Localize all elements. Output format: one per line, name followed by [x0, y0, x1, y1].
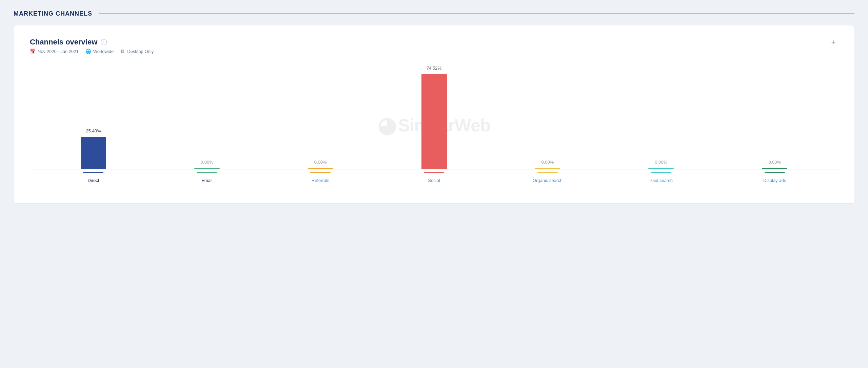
bar-label-social[interactable]: Social	[428, 178, 440, 183]
date-range-meta: 📅 Nov 2020 - Jan 2021	[30, 49, 79, 54]
bar-value-email: 0.00%	[201, 160, 213, 165]
header-divider	[99, 14, 854, 14]
bar-rect-referrals[interactable]	[308, 168, 333, 169]
bar-underline-display-ads	[765, 172, 785, 173]
card-title-row: Channels overview i	[30, 38, 154, 47]
bar-underline-paid-search	[651, 172, 671, 173]
label-row: DirectEmailReferralsSocialOrganic search…	[30, 172, 838, 183]
bar-label-organic-search[interactable]: Organic search	[533, 178, 563, 183]
bar-underline-direct	[83, 172, 103, 173]
add-button[interactable]: +	[829, 38, 838, 47]
chart-area: ◕ SimilarWeb 25.48%0.00%0.00%74.52%0.00%…	[30, 61, 838, 190]
bar-value-referrals: 0.00%	[314, 160, 327, 165]
card-header: Channels overview i 📅 Nov 2020 - Jan 202…	[30, 38, 838, 54]
info-icon[interactable]: i	[101, 39, 107, 45]
bar-group-organic-search: 0.00%	[491, 160, 604, 169]
label-cell-email: Email	[150, 172, 264, 183]
bar-label-paid-search[interactable]: Paid search	[649, 178, 673, 183]
bar-value-direct: 25.48%	[86, 128, 101, 133]
page-header: MARKETING CHANNELS	[14, 10, 854, 17]
bar-underline-email	[197, 172, 217, 173]
bar-value-organic-search: 0.00%	[541, 160, 554, 165]
bar-rect-display-ads[interactable]	[762, 168, 787, 169]
device-text: Desktop Only	[127, 49, 154, 54]
bar-underline-social	[424, 172, 444, 173]
desktop-icon: 🖥	[120, 49, 125, 54]
card-title: Channels overview	[30, 38, 97, 47]
label-cell-referrals: Referrals	[264, 172, 377, 183]
bar-value-display-ads: 0.00%	[768, 160, 781, 165]
label-cell-paid-search: Paid search	[604, 172, 718, 183]
bar-label-email: Email	[201, 178, 213, 183]
page-title: MARKETING CHANNELS	[14, 10, 92, 17]
label-cell-organic-search: Organic search	[491, 172, 604, 183]
bar-label-direct: Direct	[87, 178, 99, 183]
bars-container: 25.48%0.00%0.00%74.52%0.00%0.00%0.00%	[30, 61, 838, 169]
bar-underline-organic-search	[537, 172, 558, 173]
globe-icon: 🌐	[85, 49, 91, 54]
region-meta: 🌐 Worldwide	[85, 49, 114, 54]
bar-group-direct: 25.48%	[37, 128, 150, 169]
bar-rect-social[interactable]	[421, 74, 447, 169]
channels-overview-card: Channels overview i 📅 Nov 2020 - Jan 202…	[14, 25, 854, 203]
bar-rect-organic-search[interactable]	[535, 168, 560, 169]
bar-group-email: 0.00%	[150, 160, 264, 169]
bar-rect-email[interactable]	[194, 168, 220, 169]
label-cell-direct: Direct	[37, 172, 150, 183]
card-meta: 📅 Nov 2020 - Jan 2021 🌐 Worldwide 🖥 Desk…	[30, 49, 154, 54]
date-range-text: Nov 2020 - Jan 2021	[38, 49, 79, 54]
calendar-icon: 📅	[30, 49, 36, 54]
bar-label-display-ads[interactable]: Display ads	[763, 178, 786, 183]
bar-label-referrals[interactable]: Referrals	[312, 178, 330, 183]
bar-value-paid-search: 0.00%	[655, 160, 667, 165]
bar-group-display-ads: 0.00%	[718, 160, 831, 169]
bar-group-social: 74.52%	[377, 66, 491, 169]
label-cell-display-ads: Display ads	[718, 172, 831, 183]
bar-underline-referrals	[310, 172, 331, 173]
device-meta: 🖥 Desktop Only	[120, 49, 154, 54]
bar-group-paid-search: 0.00%	[604, 160, 718, 169]
label-cell-social: Social	[377, 172, 491, 183]
region-text: Worldwide	[93, 49, 114, 54]
bar-rect-direct[interactable]	[81, 137, 106, 169]
bar-rect-paid-search[interactable]	[648, 168, 674, 169]
bar-value-social: 74.52%	[427, 66, 441, 71]
bar-group-referrals: 0.00%	[264, 160, 377, 169]
